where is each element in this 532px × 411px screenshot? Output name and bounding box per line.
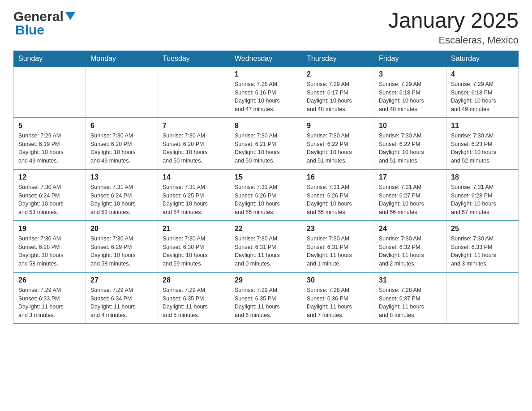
day-info: Sunrise: 7:31 AM Sunset: 6:28 PM Dayligh… (451, 183, 514, 217)
calendar-cell: 25Sunrise: 7:30 AM Sunset: 6:33 PM Dayli… (446, 221, 519, 272)
day-number: 11 (451, 122, 514, 130)
calendar-cell: 27Sunrise: 7:29 AM Sunset: 6:34 PM Dayli… (86, 272, 158, 324)
day-info: Sunrise: 7:30 AM Sunset: 6:33 PM Dayligh… (451, 235, 514, 268)
calendar-cell: 11Sunrise: 7:30 AM Sunset: 6:23 PM Dayli… (446, 118, 519, 169)
day-number: 2 (307, 70, 369, 78)
header-tuesday: Tuesday (158, 51, 230, 66)
day-number: 30 (307, 276, 369, 284)
day-number: 18 (451, 173, 514, 181)
day-info: Sunrise: 7:30 AM Sunset: 6:22 PM Dayligh… (307, 132, 369, 165)
calendar-cell: 20Sunrise: 7:30 AM Sunset: 6:29 PM Dayli… (86, 221, 158, 272)
calendar-cell: 3Sunrise: 7:29 AM Sunset: 6:18 PM Daylig… (374, 66, 446, 118)
logo-blue-text: Blue (15, 22, 44, 38)
day-info: Sunrise: 7:29 AM Sunset: 6:35 PM Dayligh… (163, 286, 225, 320)
calendar-cell: 7Sunrise: 7:30 AM Sunset: 6:20 PM Daylig… (158, 118, 230, 169)
title-section: January 2025 Escaleras, Mexico (388, 9, 519, 46)
calendar-cell: 21Sunrise: 7:30 AM Sunset: 6:30 PM Dayli… (158, 221, 230, 272)
day-info: Sunrise: 7:28 AM Sunset: 6:37 PM Dayligh… (379, 286, 442, 320)
day-info: Sunrise: 7:28 AM Sunset: 6:36 PM Dayligh… (307, 286, 369, 320)
day-number: 31 (379, 276, 442, 284)
day-number: 8 (235, 122, 297, 130)
day-number: 19 (18, 225, 81, 233)
calendar-cell: 14Sunrise: 7:31 AM Sunset: 6:25 PM Dayli… (158, 169, 230, 221)
day-info: Sunrise: 7:29 AM Sunset: 6:35 PM Dayligh… (235, 286, 297, 320)
calendar-cell: 1Sunrise: 7:28 AM Sunset: 6:16 PM Daylig… (230, 66, 302, 118)
calendar-subtitle: Escaleras, Mexico (388, 34, 519, 46)
day-info: Sunrise: 7:29 AM Sunset: 6:17 PM Dayligh… (307, 80, 369, 114)
page-header: General Blue January 2025 Escaleras, Mex… (13, 9, 519, 46)
day-info: Sunrise: 7:31 AM Sunset: 6:26 PM Dayligh… (235, 183, 297, 217)
calendar-header-row: Sunday Monday Tuesday Wednesday Thursday… (14, 51, 519, 66)
day-number: 29 (235, 276, 297, 284)
calendar-cell: 5Sunrise: 7:29 AM Sunset: 6:19 PM Daylig… (14, 118, 86, 169)
day-info: Sunrise: 7:31 AM Sunset: 6:24 PM Dayligh… (90, 183, 153, 217)
calendar-cell: 18Sunrise: 7:31 AM Sunset: 6:28 PM Dayli… (446, 169, 519, 221)
day-info: Sunrise: 7:29 AM Sunset: 6:18 PM Dayligh… (451, 80, 514, 114)
day-info: Sunrise: 7:31 AM Sunset: 6:27 PM Dayligh… (379, 183, 442, 217)
day-info: Sunrise: 7:30 AM Sunset: 6:32 PM Dayligh… (379, 235, 442, 268)
calendar-cell: 31Sunrise: 7:28 AM Sunset: 6:37 PM Dayli… (374, 272, 446, 324)
day-info: Sunrise: 7:30 AM Sunset: 6:31 PM Dayligh… (235, 235, 297, 268)
calendar-cell: 30Sunrise: 7:28 AM Sunset: 6:36 PM Dayli… (302, 272, 374, 324)
header-saturday: Saturday (446, 51, 519, 66)
logo: General Blue (13, 9, 75, 38)
calendar-week-row: 26Sunrise: 7:29 AM Sunset: 6:33 PM Dayli… (14, 272, 519, 324)
day-info: Sunrise: 7:31 AM Sunset: 6:26 PM Dayligh… (307, 183, 369, 217)
day-number: 23 (307, 225, 369, 233)
day-number: 27 (90, 276, 153, 284)
day-number: 3 (379, 70, 442, 78)
day-info: Sunrise: 7:30 AM Sunset: 6:22 PM Dayligh… (379, 132, 442, 165)
day-info: Sunrise: 7:29 AM Sunset: 6:34 PM Dayligh… (90, 286, 153, 320)
calendar-week-row: 12Sunrise: 7:30 AM Sunset: 6:24 PM Dayli… (14, 169, 519, 221)
day-info: Sunrise: 7:29 AM Sunset: 6:18 PM Dayligh… (379, 80, 442, 114)
day-info: Sunrise: 7:29 AM Sunset: 6:33 PM Dayligh… (18, 286, 81, 320)
calendar-title: January 2025 (388, 9, 519, 33)
day-number: 13 (90, 173, 153, 181)
calendar-cell (446, 272, 519, 324)
day-info: Sunrise: 7:30 AM Sunset: 6:28 PM Dayligh… (18, 235, 81, 268)
calendar-week-row: 5Sunrise: 7:29 AM Sunset: 6:19 PM Daylig… (14, 118, 519, 169)
day-info: Sunrise: 7:30 AM Sunset: 6:30 PM Dayligh… (163, 235, 225, 268)
calendar-cell: 13Sunrise: 7:31 AM Sunset: 6:24 PM Dayli… (86, 169, 158, 221)
day-info: Sunrise: 7:30 AM Sunset: 6:23 PM Dayligh… (451, 132, 514, 165)
calendar-cell (158, 66, 230, 118)
day-info: Sunrise: 7:29 AM Sunset: 6:19 PM Dayligh… (18, 132, 81, 165)
day-number: 7 (163, 122, 225, 130)
logo-general-text: General (13, 9, 64, 24)
day-number: 15 (235, 173, 297, 181)
header-monday: Monday (86, 51, 158, 66)
calendar-cell: 4Sunrise: 7:29 AM Sunset: 6:18 PM Daylig… (446, 66, 519, 118)
calendar-cell: 15Sunrise: 7:31 AM Sunset: 6:26 PM Dayli… (230, 169, 302, 221)
day-number: 21 (163, 225, 225, 233)
calendar-cell: 22Sunrise: 7:30 AM Sunset: 6:31 PM Dayli… (230, 221, 302, 272)
calendar-cell: 28Sunrise: 7:29 AM Sunset: 6:35 PM Dayli… (158, 272, 230, 324)
day-info: Sunrise: 7:30 AM Sunset: 6:31 PM Dayligh… (307, 235, 369, 268)
calendar-cell (86, 66, 158, 118)
day-info: Sunrise: 7:31 AM Sunset: 6:25 PM Dayligh… (163, 183, 225, 217)
calendar-cell: 9Sunrise: 7:30 AM Sunset: 6:22 PM Daylig… (302, 118, 374, 169)
logo-triangle-icon (65, 12, 75, 22)
day-info: Sunrise: 7:30 AM Sunset: 6:29 PM Dayligh… (90, 235, 153, 268)
calendar-cell: 26Sunrise: 7:29 AM Sunset: 6:33 PM Dayli… (14, 272, 86, 324)
calendar-cell: 19Sunrise: 7:30 AM Sunset: 6:28 PM Dayli… (14, 221, 86, 272)
header-sunday: Sunday (14, 51, 86, 66)
calendar-cell: 23Sunrise: 7:30 AM Sunset: 6:31 PM Dayli… (302, 221, 374, 272)
day-number: 14 (163, 173, 225, 181)
calendar-cell: 24Sunrise: 7:30 AM Sunset: 6:32 PM Dayli… (374, 221, 446, 272)
header-thursday: Thursday (302, 51, 374, 66)
calendar-cell: 12Sunrise: 7:30 AM Sunset: 6:24 PM Dayli… (14, 169, 86, 221)
calendar-week-row: 19Sunrise: 7:30 AM Sunset: 6:28 PM Dayli… (14, 221, 519, 272)
calendar-table: Sunday Monday Tuesday Wednesday Thursday… (13, 51, 519, 324)
day-number: 5 (18, 122, 81, 130)
day-number: 10 (379, 122, 442, 130)
calendar-cell (14, 66, 86, 118)
day-number: 12 (18, 173, 81, 181)
day-number: 26 (18, 276, 81, 284)
header-wednesday: Wednesday (230, 51, 302, 66)
calendar-cell: 17Sunrise: 7:31 AM Sunset: 6:27 PM Dayli… (374, 169, 446, 221)
day-number: 24 (379, 225, 442, 233)
calendar-cell: 8Sunrise: 7:30 AM Sunset: 6:21 PM Daylig… (230, 118, 302, 169)
calendar-cell: 6Sunrise: 7:30 AM Sunset: 6:20 PM Daylig… (86, 118, 158, 169)
calendar-week-row: 1Sunrise: 7:28 AM Sunset: 6:16 PM Daylig… (14, 66, 519, 118)
day-info: Sunrise: 7:30 AM Sunset: 6:24 PM Dayligh… (18, 183, 81, 217)
